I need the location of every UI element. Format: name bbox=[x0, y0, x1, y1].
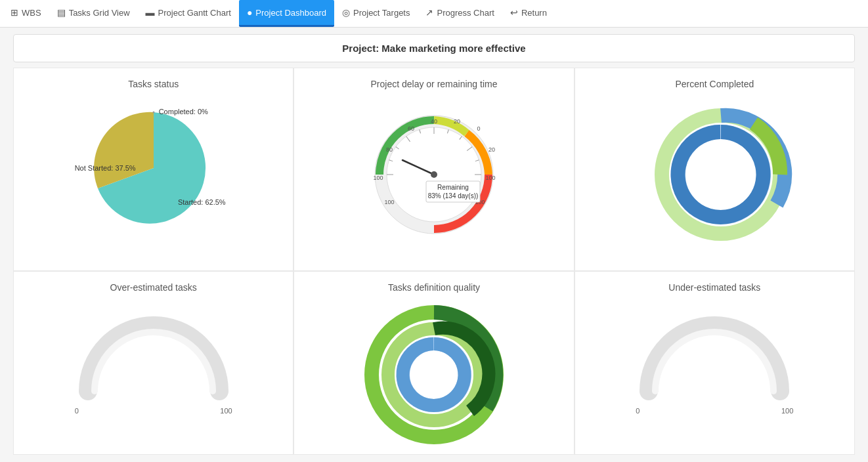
nav-dashboard[interactable]: ● Project Dashboard bbox=[239, 0, 334, 27]
over-estimated-gauge bbox=[75, 312, 232, 404]
under-estimated-gauge bbox=[636, 312, 793, 404]
svg-text:0: 0 bbox=[477, 125, 480, 132]
over-estimated-label-left: 0 bbox=[75, 407, 79, 415]
completed-label: Completed: 0% bbox=[159, 108, 208, 116]
svg-text:80: 80 bbox=[386, 146, 393, 153]
not-started-label: Not Started: 37.5% bbox=[75, 164, 136, 172]
nav-tasks-grid-label: Tasks Grid View bbox=[69, 8, 130, 18]
nav-wbs-label: WBS bbox=[22, 8, 41, 18]
gantt-icon: ▬ bbox=[146, 7, 155, 18]
svg-text:60: 60 bbox=[408, 125, 414, 132]
nav-return[interactable]: ↩ Return bbox=[502, 0, 555, 27]
nav-progress-label: Progress Chart bbox=[437, 8, 494, 18]
nav-gantt-label: Project Gantt Chart bbox=[158, 8, 231, 18]
delay-title: Project delay or remaining time bbox=[371, 79, 498, 89]
return-icon: ↩ bbox=[510, 7, 518, 18]
tasks-def-donut bbox=[362, 299, 506, 444]
nav-wbs[interactable]: ⊞ WBS bbox=[3, 0, 49, 27]
nav-targets[interactable]: ◎ Project Targets bbox=[334, 0, 418, 27]
svg-text:83% (134 day(s)): 83% (134 day(s)) bbox=[428, 192, 479, 200]
delay-cell: Project delay or remaining time bbox=[293, 68, 574, 271]
nav-progress[interactable]: ↗ Progress Chart bbox=[418, 0, 502, 27]
tasks-def-title: Tasks definition quality bbox=[388, 282, 480, 293]
over-estimated-labels: 0 100 bbox=[75, 407, 232, 415]
percent-completed-cell: Percent Completed bbox=[575, 68, 855, 271]
dashboard-grid: Tasks status Completed: 0% Started: 62.5… bbox=[13, 68, 855, 455]
svg-point-25 bbox=[431, 171, 437, 178]
nav-targets-label: Project Targets bbox=[353, 8, 410, 18]
svg-text:100: 100 bbox=[384, 199, 394, 205]
pie-chart: Completed: 0% Started: 62.5% Not Started… bbox=[88, 102, 219, 234]
over-estimated-title: Over-estimated tasks bbox=[110, 282, 197, 293]
nav-return-label: Return bbox=[521, 8, 547, 18]
svg-text:Remaining: Remaining bbox=[437, 184, 469, 191]
dashboard-icon: ● bbox=[247, 7, 252, 18]
svg-text:100: 100 bbox=[485, 175, 495, 181]
navigation: ⊞ WBS ▤ Tasks Grid View ▬ Project Gantt … bbox=[0, 0, 868, 28]
under-estimated-cell: Under-estimated tasks 0 100 bbox=[575, 271, 855, 455]
svg-point-35 bbox=[418, 358, 450, 391]
tasks-status-cell: Tasks status Completed: 0% Started: 62.5… bbox=[13, 68, 293, 271]
nav-dashboard-label: Project Dashboard bbox=[255, 8, 326, 18]
gauge-chart: 100 80 60 40 20 0 20 100 100 100 Remaini… bbox=[362, 102, 506, 247]
svg-text:20: 20 bbox=[488, 146, 495, 153]
tasks-status-title: Tasks status bbox=[128, 79, 179, 89]
under-estimated-labels: 0 100 bbox=[636, 407, 793, 415]
under-estimated-label-left: 0 bbox=[636, 407, 640, 415]
over-estimated-label-right: 100 bbox=[220, 407, 232, 415]
percent-completed-title: Percent Completed bbox=[675, 79, 754, 89]
nav-tasks-grid[interactable]: ▤ Tasks Grid View bbox=[49, 0, 138, 27]
nav-gantt[interactable]: ▬ Project Gantt Chart bbox=[138, 0, 239, 27]
over-estimated-cell: Over-estimated tasks 0 100 bbox=[13, 271, 293, 455]
under-estimated-title: Under-estimated tasks bbox=[668, 282, 760, 293]
svg-text:20: 20 bbox=[454, 118, 460, 125]
project-title: Project: Make marketing more effective bbox=[13, 34, 855, 62]
tasks-def-cell: Tasks definition quality bbox=[293, 271, 574, 455]
percent-donut bbox=[649, 102, 780, 234]
svg-text:100: 100 bbox=[373, 175, 383, 181]
tasks-grid-icon: ▤ bbox=[57, 7, 66, 18]
wbs-icon: ⊞ bbox=[11, 7, 18, 18]
under-estimated-label-right: 100 bbox=[781, 407, 793, 415]
started-label: Started: 62.5% bbox=[178, 198, 226, 206]
svg-text:40: 40 bbox=[431, 118, 437, 125]
svg-point-31 bbox=[693, 147, 749, 202]
targets-icon: ◎ bbox=[342, 7, 350, 18]
progress-icon: ↗ bbox=[425, 7, 433, 18]
svg-point-0 bbox=[152, 112, 154, 114]
